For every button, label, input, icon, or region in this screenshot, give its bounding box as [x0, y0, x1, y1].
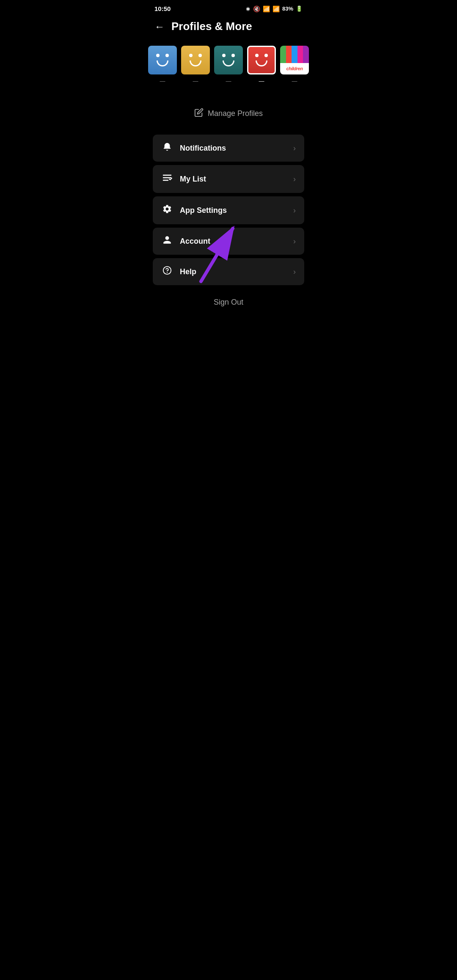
profile-item-4[interactable]: ― [247, 46, 276, 84]
header: ← Profiles & More [146, 16, 311, 41]
help-icon [161, 266, 173, 278]
mylist-left: My List [161, 173, 206, 185]
mylist-label: My List [180, 175, 206, 184]
profile-item-2[interactable]: ― [181, 46, 210, 84]
appsettings-menu-item[interactable]: App Settings › [153, 196, 304, 224]
help-chevron: › [293, 267, 296, 276]
notifications-label: Notifications [180, 144, 226, 153]
appsettings-left: App Settings [161, 204, 227, 217]
status-bar: 10:50 ∗ 🔇 📶 📶 83% 🔋 [146, 0, 311, 16]
bluetooth-icon: ∗ [245, 6, 251, 12]
profile-avatar-3[interactable] [214, 46, 243, 74]
account-menu-item[interactable]: Account › [153, 228, 304, 255]
profile-name-3: ― [226, 78, 231, 84]
children-label: children [280, 63, 309, 74]
profile-item-1[interactable]: ― [148, 46, 177, 84]
mylist-menu-item[interactable]: My List › [153, 165, 304, 193]
profile-item-children[interactable]: children ― [280, 46, 309, 84]
signal-icon: 📶 [273, 6, 280, 12]
page-title: Profiles & More [171, 20, 252, 33]
sign-out-section: Sign Out [146, 285, 311, 319]
wifi-icon: 📶 [263, 6, 270, 12]
account-label: Account [180, 237, 210, 246]
account-left: Account [161, 235, 210, 247]
menu-section: Notifications › My List › [146, 135, 311, 285]
manage-profiles-button[interactable]: Manage Profiles [146, 101, 311, 126]
profiles-row: ― ― [148, 46, 309, 84]
profile-avatar-1[interactable] [148, 46, 177, 74]
profile-name-4: ― [259, 78, 264, 84]
profile-avatar-4[interactable] [247, 46, 276, 74]
status-time: 10:50 [154, 5, 171, 12]
notifications-left: Notifications [161, 142, 226, 154]
sign-out-button[interactable]: Sign Out [214, 298, 243, 307]
bell-icon [161, 142, 173, 154]
help-left: Help [161, 266, 196, 278]
appsettings-label: App Settings [180, 206, 227, 215]
profile-item-3[interactable]: ― [214, 46, 243, 84]
mute-icon: 🔇 [253, 6, 260, 12]
pencil-icon [194, 108, 204, 119]
status-icons: ∗ 🔇 📶 📶 83% 🔋 [245, 6, 303, 12]
account-chevron: › [293, 237, 296, 246]
help-menu-item[interactable]: Help › [153, 258, 304, 285]
gear-icon [161, 204, 173, 217]
back-button[interactable]: ← [154, 21, 165, 33]
profile-avatar-children[interactable]: children [280, 46, 309, 74]
notifications-chevron: › [293, 144, 296, 153]
mylist-chevron: › [293, 175, 296, 184]
profile-avatar-2[interactable] [181, 46, 210, 74]
profile-name-children: ― [292, 78, 297, 84]
person-icon [161, 235, 173, 247]
appsettings-chevron: › [293, 206, 296, 215]
profile-name-2: ― [193, 78, 198, 84]
help-label: Help [180, 267, 196, 276]
list-icon [161, 173, 173, 185]
battery-percent: 83% [282, 6, 293, 12]
manage-profiles-label: Manage Profiles [208, 109, 263, 118]
notifications-menu-item[interactable]: Notifications › [153, 135, 304, 162]
battery-icon: 🔋 [296, 6, 303, 12]
profiles-section: ― ― [146, 41, 311, 98]
profile-name-1: ― [160, 78, 165, 84]
